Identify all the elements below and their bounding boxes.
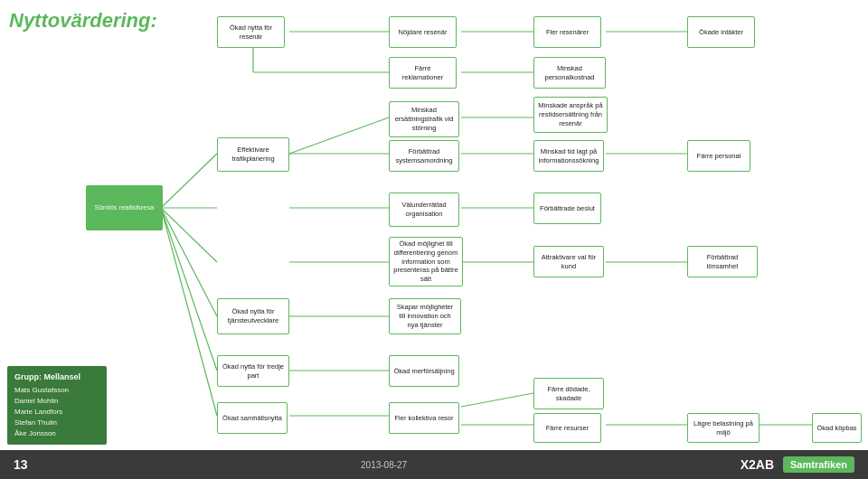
node-skapar-mojligheter: Skapar möjligheter till innovation och n…	[389, 298, 461, 334]
node-farre-resurser: Färre resurser	[533, 413, 601, 443]
svg-line-4	[161, 208, 217, 371]
node-fler-resenarer: Fler resenärer	[533, 16, 601, 48]
node-okad-kopbas: Ökad köpbas	[812, 413, 862, 443]
node-fler-kollektiva: Fler kollektiva resor	[389, 402, 459, 434]
node-valunderrattad-organisation: Välunderrättad organisation	[389, 193, 459, 227]
node-okad-merforsal: Ökad merförsäljning	[389, 355, 459, 387]
node-okade-intakter: Ökade intäkter	[687, 16, 755, 48]
group-member-3: Marie Landfors	[14, 407, 99, 418]
node-forbattrad-systemsamordning: Förbättrad systemsamordning	[389, 140, 459, 172]
x2ab-logo: X2AB	[741, 457, 774, 472]
svg-line-5	[161, 208, 217, 416]
page: Nyttovärdering:	[0, 0, 868, 479]
node-forbattrad-lonsamhet: Förbättrad lönsamhet	[687, 246, 758, 277]
node-okad-mojlighet: Ökad möjlighet till differentiering geno…	[389, 237, 463, 286]
node-minskad-personalkostnad: Minskad personalkostnad	[533, 57, 606, 89]
node-farre-reklamationer: Färre reklamationer	[389, 57, 457, 89]
node-minskad-tid-lagt: Minskad tid lagt på informationssökning	[533, 140, 604, 172]
svg-line-12	[289, 117, 389, 154]
svg-line-2	[161, 208, 217, 262]
node-okad-nytta-tjanst: Ökad nytta för tjänsteutvecklare	[217, 298, 289, 334]
logos: X2AB Samtrafiken	[741, 456, 854, 473]
node-farre-personal: Färre personal	[687, 140, 750, 172]
svg-line-3	[161, 208, 217, 316]
page-number: 13	[14, 457, 28, 472]
node-minskad-ersattningstrafik: Minskad ersättningstrafik vid störning	[389, 101, 459, 137]
group-member-2: Daniel Mohlin	[14, 396, 99, 407]
node-farre-dodade: Färre dödade, skadade	[533, 378, 604, 409]
node-okad-nytta-resenar: Ökad nytta för resenär	[217, 16, 285, 48]
node-effektivare-trafikplanering: Effektivare trafikplanering	[217, 137, 289, 172]
node-okad-nytta-tredje: Ökad nytta för tredje part	[217, 355, 289, 387]
samtrafiken-logo: Samtrafiken	[783, 456, 854, 473]
group-member-4: Stefan Thulin	[14, 418, 99, 428]
svg-line-0	[161, 154, 217, 208]
group-title: Grupp: Mellansel	[14, 371, 99, 384]
date-label: 2013-08-27	[361, 460, 407, 470]
group-box: Grupp: Mellansel Mats Gustafsson Daniel …	[7, 366, 107, 446]
group-member-5: Åke Jonsson	[14, 428, 99, 439]
node-somlos: Sömlös realtidsresa	[86, 185, 163, 230]
group-member-1: Mats Gustafsson	[14, 385, 99, 396]
node-lagre-belastning: Lägre belastning på miljö	[687, 413, 760, 443]
node-forbattrade-beslut: Förbättrade beslut	[533, 193, 601, 224]
node-nojdare-resenar: Nöjdare resenär	[389, 16, 457, 48]
bottom-bar: 13 2013-08-27 X2AB Samtrafiken	[0, 450, 868, 479]
node-okad-samhallsnytta: Ökad samhällsnytta	[217, 402, 288, 434]
svg-line-25	[461, 393, 533, 407]
node-minskade-ansprak: Minskade anspråk på restidsersättning fr…	[533, 97, 608, 133]
node-attraktivare-val: Attraktivare val för kund	[533, 246, 604, 277]
